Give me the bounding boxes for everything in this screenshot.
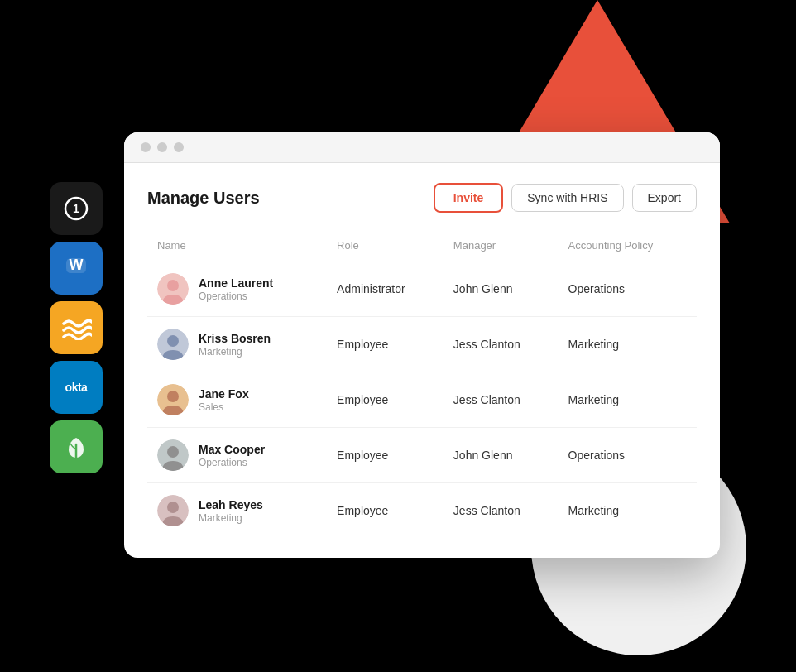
user-manager: Jess Clanton [444,372,559,428]
table-header-row: Name Role Manager Accounting Policy [147,233,697,262]
svg-point-10 [167,446,179,458]
col-role: Role [327,233,444,262]
user-name-cell: Max CooperOperations [147,428,327,483]
avatar [157,384,189,415]
table-row: Leah ReyesMarketingEmployeeJess ClantonM… [147,483,697,539]
sidebar-icon-branch[interactable] [50,420,103,473]
user-manager: Jess Clanton [444,483,559,539]
user-manager: Jess Clanton [444,317,559,372]
window-content: Manage Users Invite Sync with HRIS Expor… [124,163,720,558]
avatar [157,329,189,360]
titlebar-dot-minimize [157,142,167,152]
avatar [157,495,189,526]
table-row: Kriss BosrenMarketingEmployeeJess Clanto… [147,317,697,372]
user-name-cell: Leah ReyesMarketing [147,483,327,539]
user-department: Marketing [199,512,263,524]
user-name-cell: Anne LaurentOperations [147,262,327,317]
sidebar-icon-waves[interactable] [50,301,103,354]
user-policy: Marketing [559,317,697,372]
svg-point-6 [167,335,179,347]
avatar [157,439,189,471]
user-role: Administrator [327,262,444,317]
avatar [157,273,189,305]
user-department: Marketing [199,346,271,358]
svg-text:W: W [70,257,84,273]
user-policy: Marketing [559,483,697,539]
titlebar-dot-maximize [174,142,184,152]
user-name-cell: Jane FoxSales [147,372,327,428]
invite-button[interactable]: Invite [434,183,504,213]
user-role: Employee [327,317,444,372]
user-fullname: Jane Fox [199,387,249,401]
sidebar-icon-okta[interactable]: okta [50,361,103,414]
user-policy: Operations [559,428,697,483]
page-title: Manage Users [147,189,260,208]
main-window: Manage Users Invite Sync with HRIS Expor… [124,132,720,558]
sidebar: 1 W okta [50,182,103,473]
titlebar-dot-close [141,142,151,152]
header-actions: Invite Sync with HRIS Export [434,183,697,213]
user-manager: John Glenn [444,428,559,483]
user-department: Operations [199,457,265,468]
user-policy: Operations [559,262,697,317]
export-button[interactable]: Export [632,184,697,212]
table-row: Max CooperOperationsEmployeeJohn GlennOp… [147,428,697,483]
user-policy: Marketing [559,372,697,428]
okta-label: okta [65,381,88,394]
svg-text:1: 1 [73,202,79,215]
window-titlebar [124,132,720,163]
svg-point-12 [167,502,179,513]
users-table: Name Role Manager Accounting Policy Anne… [147,233,697,538]
user-role: Employee [327,428,444,483]
user-fullname: Max Cooper [199,443,265,456]
user-name-cell: Kriss BosrenMarketing [147,317,327,372]
user-role: Employee [327,372,444,428]
table-row: Jane FoxSalesEmployeeJess ClantonMarketi… [147,372,697,428]
user-manager: John Glenn [444,262,559,317]
sidebar-icon-1[interactable]: 1 [50,182,103,235]
svg-point-4 [167,280,179,291]
user-fullname: Leah Reyes [199,498,263,511]
sidebar-icon-webflow[interactable]: W [50,242,103,295]
user-department: Sales [199,401,249,413]
sync-hris-button[interactable]: Sync with HRIS [511,184,623,212]
manage-header: Manage Users Invite Sync with HRIS Expor… [147,183,697,213]
user-role: Employee [327,483,444,539]
user-fullname: Anne Laurent [199,276,273,290]
col-manager: Manager [444,233,559,262]
col-policy: Accounting Policy [559,233,697,262]
svg-point-8 [167,391,179,402]
col-name: Name [147,233,327,262]
table-row: Anne LaurentOperationsAdministratorJohn … [147,262,697,317]
user-department: Operations [199,290,273,302]
user-fullname: Kriss Bosren [199,332,271,345]
